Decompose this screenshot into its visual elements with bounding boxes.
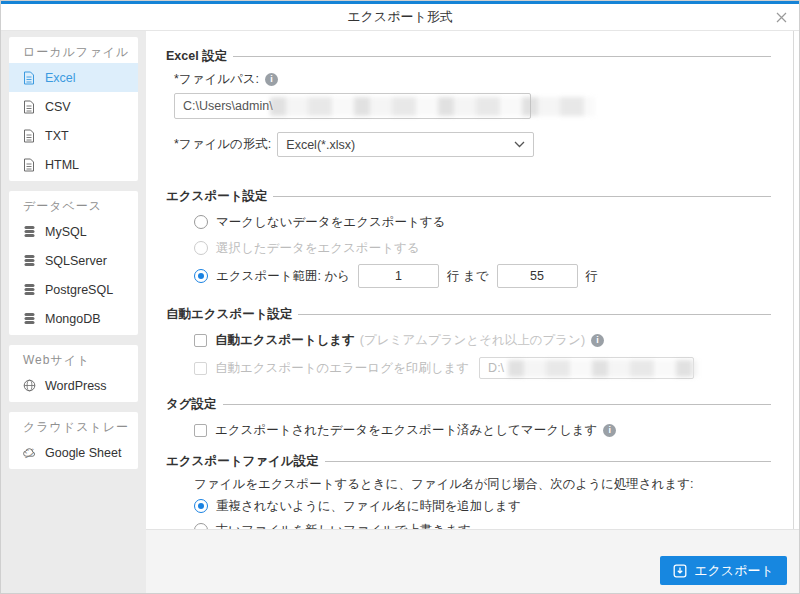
section-title: 自動エクスポート設定 (166, 306, 292, 323)
option-label: 自動エクスポートします (215, 332, 355, 349)
file-format-label: *ファイルの形式: (174, 136, 271, 153)
sidebar-item-label: SQLServer (45, 254, 107, 268)
close-icon[interactable] (772, 8, 790, 26)
cloud-icon (23, 446, 36, 460)
option-export-selected: 選択したデータをエクスポートする (194, 237, 779, 259)
option-overwrite: 古いファイルを新しいファイルで上書きます (194, 520, 779, 529)
export-button[interactable]: エクスポート (660, 556, 787, 585)
option-label: 重複されないように、ファイル名に時間を追加します (216, 498, 521, 515)
checkbox-auto-export[interactable] (194, 334, 207, 347)
section-divider (223, 404, 771, 405)
section-auto-export: 自動エクスポート設定 (166, 305, 779, 323)
globe-icon (23, 379, 36, 393)
file-format-row: *ファイルの形式: Excel(*.xlsx) (174, 132, 779, 157)
section-title: Excel 設定 (166, 48, 227, 65)
option-error-log: 自動エクスポートのエラーログを印刷します D:\ (194, 355, 779, 381)
chevron-down-icon (514, 141, 525, 148)
premium-note: (プレミアムプランとそれ以上のプラン) (360, 332, 585, 349)
sidebar-item-mysql[interactable]: MySQL (9, 217, 138, 246)
range-mid-label: 行 まで (447, 268, 489, 285)
error-log-path-value: D:\ (488, 361, 504, 375)
sidebar-group-cloud-storage: クラウドストレージ Google Sheet (9, 412, 138, 469)
checkbox-mark-exported[interactable] (194, 424, 207, 437)
export-format-dialog: エクスポート形式 ローカルファイル Excel CSV TXT (0, 0, 800, 594)
sidebar-item-label: Google Sheet (45, 446, 121, 460)
info-icon[interactable]: i (603, 424, 616, 437)
section-divider (233, 56, 771, 57)
option-export-range: エクスポート範囲: から 1 行 まで 55 行 (194, 263, 779, 289)
database-icon (23, 254, 36, 268)
scrollbar-track[interactable] (793, 31, 794, 529)
range-unit-label: 行 (586, 268, 599, 285)
database-icon (23, 312, 36, 326)
database-icon (23, 283, 36, 297)
section-divider (325, 461, 771, 462)
section-tag-settings: タグ設定 (166, 395, 779, 413)
section-divider (298, 314, 771, 315)
sidebar-group-label: クラウドストレージ (9, 412, 138, 438)
section-title: タグ設定 (166, 396, 217, 413)
sidebar-item-label: MySQL (45, 225, 87, 239)
sidebar: ローカルファイル Excel CSV TXT HTML (1, 31, 146, 594)
sidebar-item-label: Excel (45, 71, 76, 85)
sidebar-item-mongodb[interactable]: MongoDB (9, 304, 138, 333)
sidebar-item-label: PostgreSQL (45, 283, 113, 297)
range-to-input[interactable]: 55 (497, 264, 578, 288)
radio-export-range[interactable] (194, 269, 208, 283)
range-label: エクスポート範囲: から (216, 268, 350, 285)
database-icon (23, 225, 36, 239)
section-title: エクスポートファイル設定 (166, 453, 319, 470)
option-label: マークしないデータをエクスポートする (216, 214, 445, 231)
file-format-select[interactable]: Excel(*.xlsx) (277, 132, 534, 157)
sidebar-group-local-file: ローカルファイル Excel CSV TXT HTML (9, 37, 138, 181)
export-icon (673, 564, 687, 578)
file-icon (23, 158, 36, 172)
redacted-path-blur (508, 360, 698, 377)
sidebar-item-txt[interactable]: TXT (9, 121, 138, 150)
option-add-time: 重複されないように、ファイル名に時間を追加します (194, 496, 779, 516)
sidebar-item-label: MongoDB (45, 312, 101, 326)
error-log-path-input[interactable]: D:\ (479, 357, 694, 379)
file-icon (23, 71, 36, 85)
sidebar-item-sqlserver[interactable]: SQLServer (9, 246, 138, 275)
dialog-footer: エクスポート (146, 529, 799, 594)
redacted-path-blur (270, 97, 595, 116)
sidebar-item-label: CSV (45, 100, 71, 114)
radio-export-selected[interactable] (194, 241, 208, 255)
option-mark-exported: エクスポートされたデータをエクスポート済みとしてマークします i (194, 419, 779, 441)
option-auto-export: 自動エクスポートします (プレミアムプランとそれ以上のプラン) i (194, 329, 779, 351)
file-icon (23, 100, 36, 114)
settings-panel: Excel 設定 *ファイルパス: i C:\Users\admin\ *ファイ… (146, 31, 799, 529)
dialog-title: エクスポート形式 (347, 8, 453, 26)
option-label: 選択したデータをエクスポートする (216, 240, 420, 257)
sidebar-item-postgresql[interactable]: PostgreSQL (9, 275, 138, 304)
section-title: エクスポート設定 (166, 188, 267, 205)
sidebar-group-label: Webサイト (9, 345, 138, 371)
file-icon (23, 129, 36, 143)
radio-add-time[interactable] (194, 499, 208, 513)
section-export-settings: エクスポート設定 (166, 187, 779, 205)
sidebar-item-label: WordPress (45, 379, 107, 393)
radio-export-unmarked[interactable] (194, 215, 208, 229)
sidebar-item-label: HTML (45, 158, 79, 172)
sidebar-item-label: TXT (45, 129, 69, 143)
sidebar-group-website: Webサイト WordPress (9, 345, 138, 402)
range-from-input[interactable]: 1 (358, 264, 439, 288)
file-path-input[interactable]: C:\Users\admin\ (174, 93, 531, 119)
file-format-value: Excel(*.xlsx) (286, 138, 355, 152)
sidebar-item-html[interactable]: HTML (9, 150, 138, 179)
sidebar-item-wordpress[interactable]: WordPress (9, 371, 138, 400)
option-export-unmarked: マークしないデータをエクスポートする (194, 211, 779, 233)
info-icon[interactable]: i (591, 334, 604, 347)
export-button-label: エクスポート (694, 562, 774, 580)
sidebar-group-label: データベース (9, 191, 138, 217)
file-path-value: C:\Users\admin\ (183, 99, 273, 113)
sidebar-item-csv[interactable]: CSV (9, 92, 138, 121)
section-export-file: エクスポートファイル設定 (166, 452, 779, 470)
checkbox-error-log[interactable] (194, 362, 207, 375)
option-label: エクスポートされたデータをエクスポート済みとしてマークします (215, 422, 597, 439)
sidebar-item-excel[interactable]: Excel (9, 63, 138, 92)
sidebar-group-label: ローカルファイル (9, 37, 138, 63)
sidebar-group-database: データベース MySQL SQLServer PostgreSQL MongoD… (9, 191, 138, 335)
info-icon[interactable]: i (265, 73, 278, 86)
